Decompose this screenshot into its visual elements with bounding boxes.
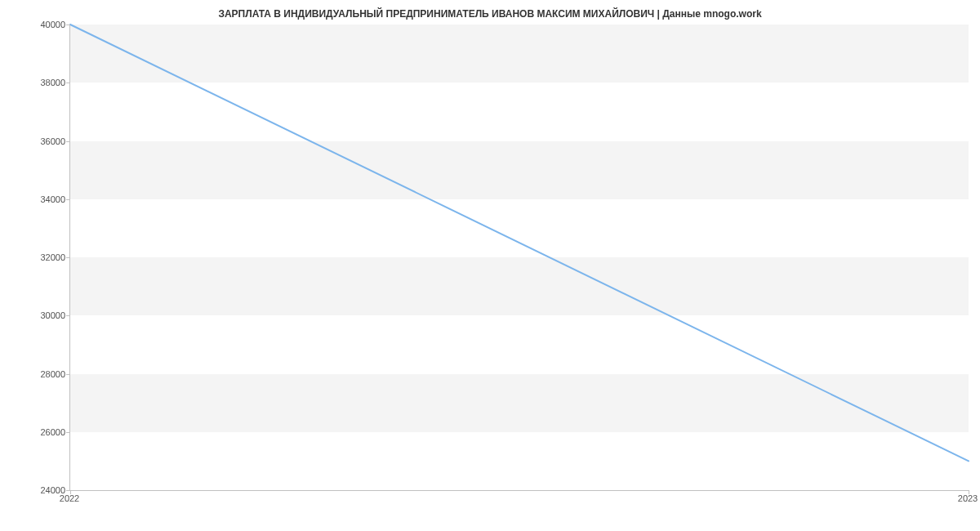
x-tick-label: 2023 [958,493,978,503]
y-tick-mark [66,83,70,83]
y-tick-mark [66,199,70,200]
y-tick-label: 30000 [8,310,65,320]
chart-container: ЗАРПЛАТА В ИНДИВИДУАЛЬНЫЙ ПРЕДПРИНИМАТЕЛ… [0,0,980,531]
data-line [70,25,969,461]
x-tick-label: 2022 [60,493,79,503]
y-tick-mark [66,141,70,142]
y-tick-mark [66,25,70,25]
plot-area [69,25,969,491]
y-tick-label: 26000 [8,427,65,437]
y-tick-label: 36000 [8,136,65,146]
y-tick-mark [66,315,70,316]
y-tick-label: 28000 [8,369,65,379]
y-tick-label: 34000 [8,194,65,204]
y-tick-label: 40000 [8,20,65,29]
y-tick-mark [66,257,70,258]
y-tick-label: 24000 [8,485,65,495]
y-tick-mark [66,432,70,433]
line-layer [70,25,969,490]
y-tick-mark [66,374,70,375]
y-tick-label: 32000 [8,252,65,262]
chart-title: ЗАРПЛАТА В ИНДИВИДУАЛЬНЫЙ ПРЕДПРИНИМАТЕЛ… [0,8,980,20]
y-tick-label: 38000 [8,78,65,87]
